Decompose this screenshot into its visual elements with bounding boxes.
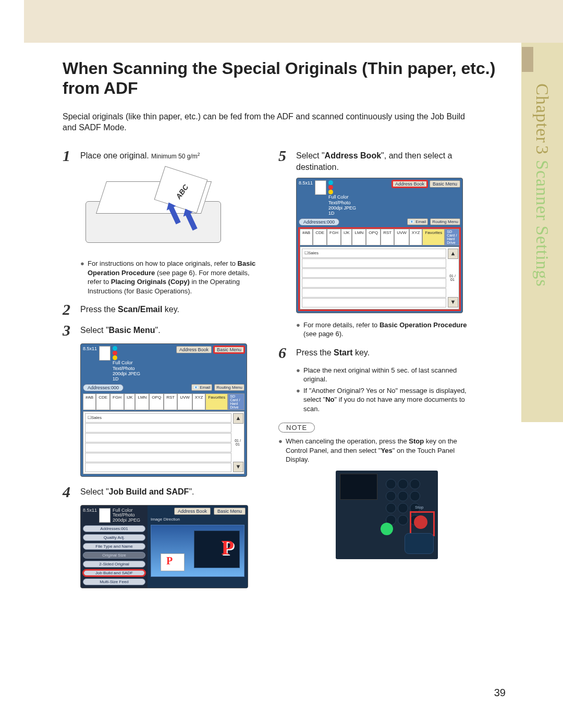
email-button[interactable]: 📧 Email bbox=[191, 384, 212, 391]
two-column-layout: 1 Place one original. Minimum 50 g/m2 AB… bbox=[63, 148, 511, 596]
email-button[interactable]: 📧 Email bbox=[407, 218, 428, 225]
list-item[interactable] bbox=[302, 288, 446, 298]
step-number: 1 bbox=[63, 148, 80, 164]
list-item[interactable] bbox=[85, 463, 231, 472]
page-number: 39 bbox=[494, 687, 506, 699]
routing-menu-button[interactable]: Routing Menu bbox=[214, 384, 244, 391]
scroll-position: 01 / 01 bbox=[448, 274, 457, 281]
destination-grid: ☐ Sales ▲ 01 / 01 ▼ bbox=[83, 411, 244, 474]
address-book-button[interactable]: Address Book bbox=[392, 180, 427, 188]
list-item[interactable] bbox=[302, 268, 446, 278]
right-column: 5 Select "Address Book", and then select… bbox=[278, 148, 476, 596]
list-item[interactable]: ☐ Sales bbox=[85, 413, 231, 423]
destination-grid: ☐ Sales ▲ 01 / 01 ▼ bbox=[300, 246, 459, 310]
step-4: 4 Select "Job Build and SADF". bbox=[63, 484, 261, 500]
bullet-dot-icon: ● bbox=[296, 320, 303, 339]
step-number: 4 bbox=[63, 484, 80, 500]
screenshot-job-build: 8.5x11 Full Color Text/Photo 200dpi JPEG… bbox=[80, 505, 248, 589]
tab[interactable]: LMN bbox=[352, 229, 366, 245]
addresses-pill[interactable]: Addresses:000 bbox=[83, 384, 124, 391]
address-book-button[interactable]: Address Book bbox=[174, 508, 211, 515]
tab[interactable]: FGH bbox=[110, 393, 124, 410]
step-text: Press the Scan/Email key. bbox=[80, 302, 179, 317]
menu-item-2sided[interactable]: 2-Sided Original bbox=[83, 561, 145, 567]
tab-sd-card[interactable]: SD Card / Hard Drive bbox=[228, 393, 244, 410]
bullet-dot-icon: ● bbox=[296, 386, 303, 414]
list-item[interactable] bbox=[85, 433, 231, 442]
panel-lcd-icon bbox=[340, 474, 377, 500]
routing-menu-button[interactable]: Routing Menu bbox=[430, 218, 460, 225]
step-number: 2 bbox=[63, 302, 80, 317]
tab-favorites[interactable]: Favorites bbox=[422, 229, 445, 245]
tab[interactable]: XYZ bbox=[192, 393, 206, 410]
doc-thumb-icon bbox=[315, 180, 326, 195]
basic-menu-button[interactable]: Basic Menu bbox=[430, 180, 460, 188]
content-area: When Scanning the Special Originals (Thi… bbox=[63, 58, 511, 596]
addresses-pill[interactable]: Addresses:000 bbox=[299, 218, 339, 226]
doc-thumb-icon bbox=[99, 508, 111, 523]
scroll-down-button[interactable]: ▼ bbox=[233, 462, 243, 472]
step-text: Place one original. Minimum 50 g/m2 bbox=[80, 148, 200, 164]
menu-item-multisize[interactable]: Multi-Size Feed bbox=[83, 578, 145, 585]
tab[interactable]: FGH bbox=[327, 229, 341, 245]
tab[interactable]: OPQ bbox=[149, 393, 164, 410]
step-text: Press the Start key. bbox=[296, 345, 370, 361]
alpha-tabs: #AB CDE FGH IJK LMN OPQ RST UVW XYZ Favo… bbox=[300, 229, 459, 245]
tab[interactable]: #AB bbox=[83, 393, 96, 410]
step-number: 3 bbox=[63, 323, 80, 338]
note-text: When canceling the operation, press the … bbox=[286, 437, 476, 464]
step-6: 6 Press the Start key. bbox=[278, 345, 476, 361]
tab-favorites[interactable]: Favorites bbox=[205, 393, 228, 410]
list-item[interactable] bbox=[85, 423, 231, 433]
basic-menu-button[interactable]: Basic Menu bbox=[214, 508, 246, 515]
list-item[interactable]: ☐ Sales bbox=[302, 249, 446, 258]
bullet-text: For instructions on how to place origina… bbox=[88, 259, 261, 295]
list-item[interactable] bbox=[302, 298, 446, 307]
step-1: 1 Place one original. Minimum 50 g/m2 bbox=[63, 148, 261, 164]
note-block: NOTE ● When canceling the operation, pre… bbox=[278, 419, 476, 559]
tab[interactable]: #AB bbox=[300, 229, 313, 245]
menu-item-job-build-sadf[interactable]: Job Build and SADF bbox=[83, 570, 145, 576]
image-direction-label: Image Direction bbox=[148, 517, 248, 522]
chapter-side-text: Chapter 3 Scanner Settings bbox=[521, 83, 563, 289]
stop-key-highlight bbox=[410, 511, 435, 536]
basic-menu-button[interactable]: Basic Menu bbox=[214, 346, 244, 353]
doc-thumb-icon bbox=[99, 346, 111, 361]
menu-item-filetype[interactable]: File Type and Name bbox=[83, 543, 145, 550]
list-item[interactable] bbox=[85, 453, 231, 462]
menu-item-original-size[interactable]: Original Size bbox=[83, 552, 145, 559]
tab[interactable]: OPQ bbox=[366, 229, 381, 245]
tab[interactable]: CDE bbox=[313, 229, 327, 245]
tab[interactable]: UVW bbox=[394, 229, 409, 245]
list-item[interactable] bbox=[302, 278, 446, 288]
start-key-icon bbox=[405, 533, 434, 554]
tab[interactable]: IJK bbox=[341, 229, 352, 245]
address-book-button[interactable]: Address Book bbox=[176, 346, 212, 353]
tab[interactable]: UVW bbox=[177, 393, 192, 410]
tab[interactable]: IJK bbox=[124, 393, 136, 410]
alpha-tabs: #AB CDE FGH IJK LMN OPQ RST UVW XYZ Favo… bbox=[83, 393, 244, 410]
intro-paragraph: Special originals (like thin paper, etc.… bbox=[63, 111, 480, 133]
list-item[interactable] bbox=[302, 258, 446, 268]
bullet-dot-icon: ● bbox=[296, 366, 303, 384]
tab-sd-card[interactable]: SD Card / Hard Drive bbox=[445, 229, 459, 245]
screenshot-basic-menu: 8.5x11 Full Color Text/Photo 200dpi JPEG… bbox=[80, 343, 247, 476]
chapter-side-tab bbox=[522, 47, 533, 72]
step-3: 3 Select "Basic Menu". bbox=[63, 323, 261, 338]
tab[interactable]: XYZ bbox=[409, 229, 423, 245]
list-item[interactable] bbox=[85, 443, 231, 452]
tab[interactable]: CDE bbox=[96, 393, 110, 410]
addresses-pill[interactable]: Addresses:001 bbox=[83, 525, 145, 532]
scroll-up-button[interactable]: ▲ bbox=[233, 413, 243, 424]
menu-item-quality[interactable]: Quality Adj. bbox=[83, 534, 145, 541]
screenshot-address-book: 8.5x11 Full Color Text/Photo 200dpi JPEG… bbox=[296, 178, 463, 313]
scroll-down-button[interactable]: ▼ bbox=[448, 297, 458, 307]
page: Chapter 3 Scanner Settings When Scanning… bbox=[0, 0, 563, 728]
step-5: 5 Select "Address Book", and then select… bbox=[278, 148, 476, 172]
scroll-up-button[interactable]: ▲ bbox=[448, 249, 458, 259]
step-text: Select "Job Build and SADF". bbox=[80, 484, 194, 500]
preview-page-icon bbox=[161, 553, 185, 571]
tab[interactable]: LMN bbox=[135, 393, 149, 410]
tab[interactable]: RST bbox=[381, 229, 394, 245]
tab[interactable]: RST bbox=[164, 393, 177, 410]
